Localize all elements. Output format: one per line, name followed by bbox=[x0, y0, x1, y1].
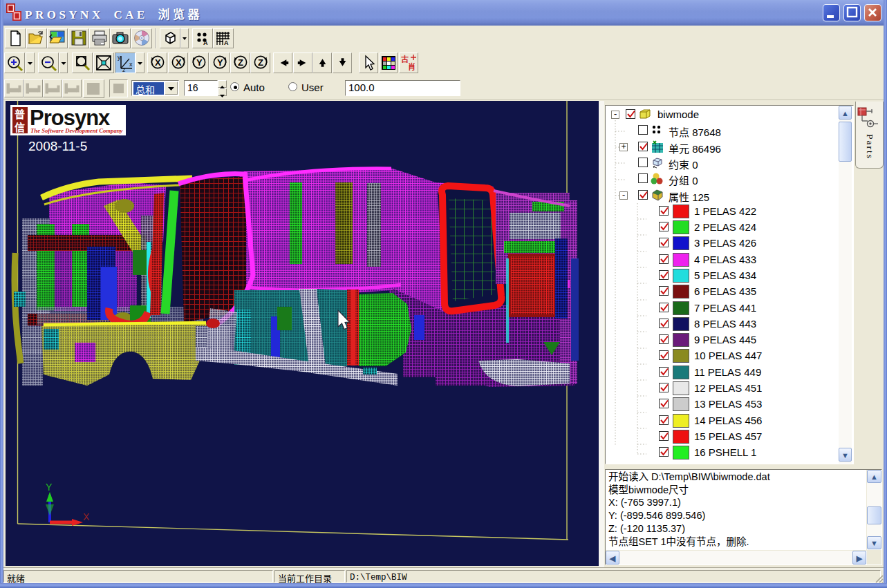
svg-text:Z: Z bbox=[238, 57, 243, 68]
svg-text:Z: Z bbox=[258, 57, 263, 68]
svg-text:X: X bbox=[155, 57, 161, 68]
svg-text:The Software Development Compa: The Software Development Company bbox=[30, 127, 123, 134]
svg-text:Prosynx: Prosynx bbox=[30, 106, 111, 130]
svg-text:A: A bbox=[203, 39, 208, 46]
svg-text:Y: Y bbox=[196, 57, 203, 68]
svg-text:x: x bbox=[129, 61, 133, 68]
svg-text:普: 普 bbox=[15, 108, 25, 120]
svg-text:肖: 肖 bbox=[408, 62, 416, 71]
svg-text:Y: Y bbox=[217, 57, 223, 68]
svg-text:X: X bbox=[83, 511, 90, 522]
svg-text:z: z bbox=[122, 66, 126, 73]
svg-text:A: A bbox=[224, 39, 229, 46]
svg-text:y: y bbox=[118, 54, 121, 61]
svg-text:信: 信 bbox=[15, 122, 25, 133]
svg-text:Y: Y bbox=[46, 482, 53, 493]
svg-text:X: X bbox=[176, 57, 182, 68]
